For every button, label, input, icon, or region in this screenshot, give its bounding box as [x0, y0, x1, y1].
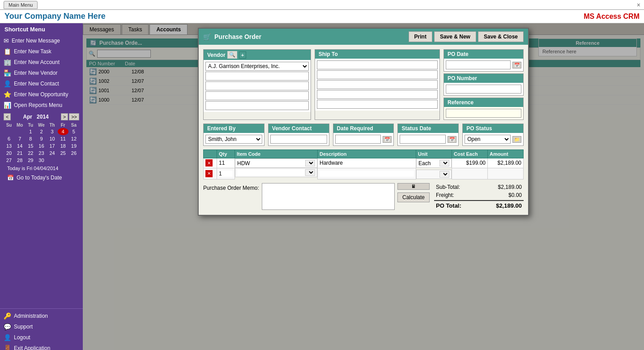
save-new-button[interactable]: Save & New [434, 31, 476, 42]
calendar-day[interactable]: 27 [4, 157, 14, 164]
memo-calculator-btn[interactable]: 🖩 [397, 183, 430, 190]
calendar-icon: 📅 [7, 175, 14, 181]
date-required-input[interactable] [335, 135, 381, 144]
calendar-day[interactable]: 10 [47, 135, 58, 142]
print-button[interactable]: Print [409, 31, 432, 42]
vendor-address1[interactable]: PO Box 700 [205, 72, 309, 81]
sidebar-bottom-item-1[interactable]: 💬Support [0, 321, 83, 332]
sidebar-label-0: Enter New Message [12, 38, 60, 44]
calendar-day[interactable]: 7 [14, 135, 25, 142]
calendar-day[interactable]: 15 [25, 142, 36, 149]
cal-next-btn[interactable]: > [61, 113, 68, 120]
calendar-day[interactable]: 28 [14, 157, 25, 164]
items-table-row: ✕ Each $199.00 $2,189.00 [204, 158, 524, 168]
vendor-address2[interactable]: Seabrook, NH 02000 [205, 81, 309, 90]
calendar-day[interactable]: 4 [58, 128, 68, 135]
ship-to-line4[interactable]: Phone: 111-111-2222 [317, 90, 438, 99]
cal-prev-btn[interactable]: < [4, 113, 11, 120]
reference-input[interactable]: Reference here [446, 109, 521, 118]
calendar-day[interactable]: 20 [4, 149, 14, 157]
cal-year-next-btn[interactable]: >> [69, 113, 79, 120]
calendar-day[interactable]: 21 [14, 149, 25, 157]
po-date-input[interactable]: 12/08/2008 [446, 60, 511, 69]
sidebar-item-0[interactable]: ✉Enter New Message [0, 35, 83, 46]
calendar-day[interactable]: 14 [14, 142, 25, 149]
date-required-calendar-btn[interactable]: 📅 [383, 136, 392, 143]
calendar-day[interactable]: 1 [25, 128, 36, 135]
goto-today-btn[interactable]: 📅 Go to Today's Date [4, 173, 79, 183]
ship-to-line1[interactable]: Your Company Name Here [317, 60, 438, 69]
vendor-add-btn[interactable]: + [239, 51, 246, 59]
modal-title-text: Purchase Order [214, 33, 261, 40]
qty-input-1[interactable] [219, 171, 233, 177]
sidebar-label-1: Enter New Task [14, 48, 51, 55]
description-input-1[interactable] [320, 171, 414, 177]
vendor-contact-input[interactable] [270, 135, 327, 144]
description-input-0[interactable] [320, 160, 414, 166]
delete-row-btn-0[interactable]: ✕ [205, 159, 213, 166]
item-code-input-0[interactable] [237, 160, 304, 166]
calendar-day[interactable]: 17 [47, 142, 58, 149]
sidebar-item-5[interactable]: ⭐Enter New Opportunity [0, 89, 83, 100]
calendar-day[interactable]: 3 [47, 128, 58, 135]
ship-to-line5[interactable]: Fax: 111-222-3333 [317, 100, 438, 109]
unit-select-1[interactable] [439, 171, 449, 178]
calendar-day[interactable]: 11 [58, 135, 68, 142]
reference-header: Reference [444, 98, 523, 107]
calendar-day[interactable]: 2 [36, 128, 47, 135]
entered-by-select[interactable]: Smith, John [205, 135, 262, 144]
calendar-day[interactable]: 26 [68, 149, 79, 157]
calendar-day[interactable]: 8 [25, 135, 36, 142]
freight-value: $0.00 [508, 192, 522, 198]
calendar-day[interactable]: 16 [36, 142, 47, 149]
delete-row-btn-1[interactable]: ✕ [205, 170, 213, 177]
unit-select-0[interactable] [439, 160, 449, 166]
save-close-button[interactable]: Save & Close [478, 31, 524, 42]
ship-to-line2[interactable]: 100 Any Street [317, 70, 438, 79]
memo-textarea[interactable] [262, 183, 395, 210]
calendar-day[interactable]: 24 [47, 149, 58, 157]
ship-to-line3[interactable]: Boston, MA 02134 [317, 80, 438, 89]
vendor-name-select[interactable]: A.J. Garrison Enterprises, Inc. [205, 62, 309, 71]
main-menu-tab[interactable]: Main Menu [4, 1, 38, 9]
vendor-address4[interactable] [205, 101, 309, 110]
po-status-select[interactable]: Open [465, 135, 511, 144]
po-date-calendar-btn[interactable]: 📅 [512, 62, 521, 68]
sidebar-item-2[interactable]: 🏢Enter New Account [0, 57, 83, 68]
sidebar-item-3[interactable]: 🏪Enter New Vendor [0, 68, 83, 78]
sidebar-icon-1: 📋 [4, 48, 11, 55]
ship-to-section-header: Ship To [315, 50, 439, 59]
item-code-select-0[interactable] [305, 160, 315, 166]
window-close-btn[interactable]: × [637, 1, 640, 9]
sidebar-bottom-item-3[interactable]: 🚪Exit Application [0, 343, 83, 350]
sidebar-bottom-item-0[interactable]: 🔑Administration [0, 311, 83, 321]
calendar-day[interactable]: 5 [68, 128, 79, 135]
sidebar-icon-0: ✉ [4, 37, 9, 44]
sidebar-bottom-item-2[interactable]: 👤Logout [0, 332, 83, 343]
vendor-address3[interactable] [205, 91, 309, 100]
calendar-day[interactable]: 22 [25, 149, 36, 157]
status-date-calendar-btn[interactable]: 📅 [448, 136, 456, 143]
calculate-button[interactable]: Calculate [397, 192, 430, 202]
calendar-day[interactable]: 19 [68, 142, 79, 149]
calendar-day[interactable]: 12 [68, 135, 79, 142]
status-date-input[interactable]: 04/03/2014 [400, 135, 446, 144]
item-code-select-1[interactable] [305, 169, 315, 176]
calendar-day[interactable]: 9 [36, 135, 47, 142]
calendar-day[interactable]: 23 [36, 149, 47, 157]
vendor-search-btn[interactable]: 🔍 [227, 51, 237, 59]
item-code-input-1[interactable] [237, 170, 304, 176]
sidebar-item-4[interactable]: 👤Enter New Contact [0, 78, 83, 89]
calendar-day[interactable]: 6 [4, 135, 14, 142]
po-status-extra-btn[interactable]: 📁 [512, 136, 521, 143]
po-number-input[interactable]: 2000 [446, 85, 521, 94]
calendar-day[interactable]: 18 [58, 142, 68, 149]
sidebar-item-1[interactable]: 📋Enter New Task [0, 46, 83, 57]
calendar-day[interactable]: 25 [58, 149, 68, 157]
sidebar-item-6[interactable]: 📊Open Reports Menu [0, 100, 83, 111]
qty-input-0[interactable] [219, 160, 233, 166]
calendar-day[interactable]: 29 [25, 157, 36, 164]
calendar-day[interactable]: 13 [4, 142, 14, 149]
calendar-day[interactable]: 30 [36, 157, 47, 164]
sidebar-icon-5: ⭐ [4, 91, 11, 98]
